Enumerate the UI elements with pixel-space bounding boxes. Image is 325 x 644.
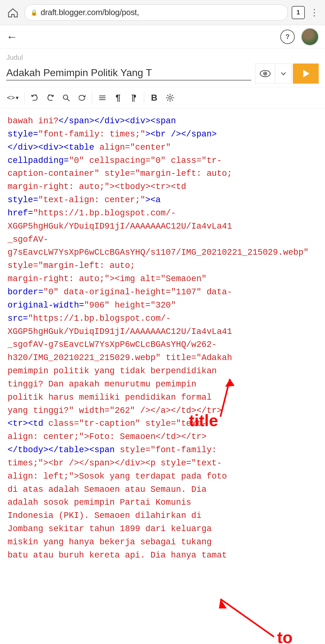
toolbar-divider-3	[144, 92, 144, 103]
address-bar[interactable]: 🔒 draft.blogger.com/blog/post,	[25, 4, 288, 21]
judul-label: Judul	[6, 53, 319, 62]
avatar[interactable]	[301, 28, 319, 46]
undo-button[interactable]	[28, 91, 42, 105]
code-dropdown-icon: ▾	[16, 94, 19, 101]
publish-button[interactable]	[293, 64, 319, 84]
editor-container: bawah ini?</span></div><div><span style=…	[0, 108, 325, 643]
settings-button[interactable]	[163, 91, 177, 105]
svg-point-2	[265, 73, 266, 75]
back-button[interactable]: ←	[6, 30, 18, 43]
paragraph-button[interactable]: ¶	[111, 91, 125, 105]
html-mode-button[interactable]: <> ▾	[4, 92, 21, 103]
html-code: bawah ini?</span></div><div><span style=…	[8, 115, 317, 575]
header-right: ?	[280, 28, 319, 46]
url-text: draft.blogger.com/blog/post,	[41, 8, 139, 17]
svg-line-4	[67, 99, 69, 101]
home-icon[interactable]	[5, 5, 21, 20]
code-label: <>	[7, 94, 15, 102]
refresh-button[interactable]	[75, 91, 89, 105]
paragraph2-button[interactable]: ¶	[127, 91, 141, 105]
bold-button[interactable]: B	[147, 91, 161, 105]
preview-dropdown-button[interactable]	[275, 64, 292, 84]
title-actions	[255, 64, 319, 84]
search-button[interactable]	[59, 91, 73, 105]
editor-content[interactable]: bawah ini?</span></div><div><span style=…	[0, 108, 325, 643]
app-header: ← ?	[0, 25, 325, 48]
toolbar: <> ▾ ¶	[0, 87, 325, 108]
browser-chrome: 🔒 draft.blogger.com/blog/post, 1 ⋮	[0, 0, 325, 25]
post-title-input[interactable]	[6, 67, 251, 80]
title-section: Judul	[0, 48, 325, 87]
browser-menu-button[interactable]: ⋮	[309, 7, 320, 18]
redo-button[interactable]	[43, 91, 57, 105]
lock-icon: 🔒	[31, 9, 37, 16]
toolbar-divider-1	[24, 92, 25, 103]
align-button[interactable]	[95, 91, 109, 105]
svg-point-8	[169, 97, 171, 99]
tab-count[interactable]: 1	[292, 6, 305, 19]
title-row	[6, 64, 319, 84]
toolbar-divider-2	[92, 92, 92, 103]
avatar-image	[302, 29, 318, 45]
preview-button[interactable]	[255, 64, 275, 84]
help-button[interactable]: ?	[280, 30, 295, 44]
